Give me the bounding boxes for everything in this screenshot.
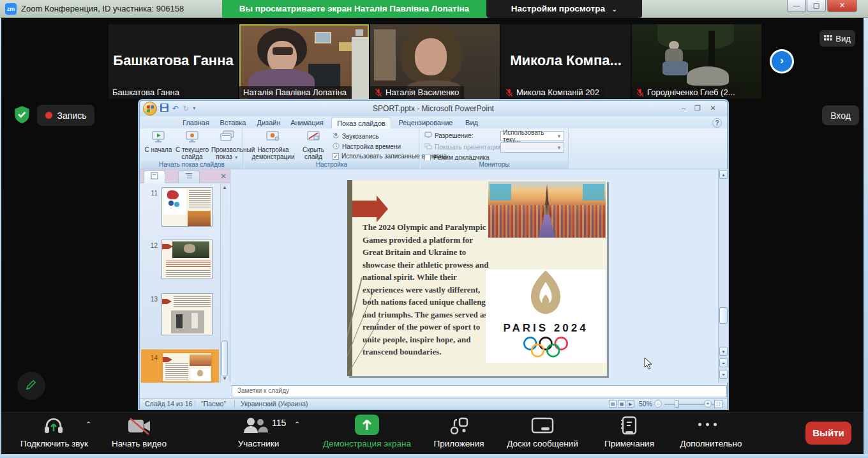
next-participants-button[interactable]: › (770, 49, 794, 73)
view-mode-button[interactable]: Вид (819, 30, 855, 47)
hide-slide-button[interactable]: Скрыть слайд (299, 130, 327, 161)
video-tile-lopatina[interactable]: Наталія Павлівна Лопатіна (239, 24, 369, 99)
slide-number: 11 (142, 190, 158, 197)
ppt-titlebar: ↶ ↻ ▾ SPORT.pptx - Microsoft PowerPoint … (140, 101, 727, 116)
tab-design[interactable]: Дизайн (253, 117, 284, 128)
ppt-restore-button[interactable]: ❐ (691, 103, 704, 114)
scroll-down-icon[interactable]: ▼ (221, 376, 228, 381)
minimize-button[interactable]: — (787, 0, 806, 12)
whiteboard-icon (530, 416, 555, 438)
editor-scrollbar[interactable]: ▲ ▼ ⏶ ⏷ (718, 169, 728, 383)
camera-muted-icon (126, 417, 154, 438)
paris-2024-logo: PARIS 2024 (486, 270, 606, 363)
video-tile-bashkatova[interactable]: Башкатова Ганна Башкатова Ганна (108, 24, 238, 99)
monitors-icon (424, 143, 432, 151)
from-current-slide-button[interactable]: С текущего слайда (174, 130, 210, 161)
muted-mic-icon (374, 88, 383, 97)
panel-scrollbar[interactable]: ▲ ▼ (220, 183, 228, 383)
security-shield-icon[interactable] (13, 105, 31, 124)
panel-tabs: ✕ (140, 169, 230, 183)
custom-show-icon (211, 130, 243, 145)
headset-icon (43, 416, 64, 439)
panel-scroll-thumb[interactable] (221, 340, 228, 376)
resolution-select[interactable]: Использовать теку...▼ (500, 131, 564, 141)
zoom-slider-thumb[interactable] (675, 401, 679, 408)
audio-options-caret[interactable]: ⌃ (86, 420, 91, 429)
scroll-up-icon[interactable]: ▲ (221, 185, 228, 190)
ppt-minimize-button[interactable]: – (677, 103, 690, 114)
group-label-start: Начать показ слайдов (141, 160, 243, 169)
wall-item (355, 29, 363, 36)
person-glasses (273, 47, 293, 55)
slide-number: 14 (142, 355, 158, 362)
tab-outline[interactable] (178, 171, 200, 183)
share-screen-icon (355, 415, 379, 435)
slide-sorter-button[interactable]: ▦ (618, 400, 625, 408)
slide-thumbnail-14-selected[interactable] (161, 352, 213, 383)
show-presentation-on-option: Показать презентацию на: (424, 143, 513, 151)
background-door (374, 29, 396, 80)
slides-panel: ✕ 11 12 13 (140, 169, 230, 383)
grid-icon (824, 34, 832, 43)
setup-slideshow-button[interactable]: Настройка демонстрации (248, 130, 298, 161)
normal-view-button[interactable]: ▤ (609, 400, 617, 408)
slideshow-view-button[interactable]: ▶ (627, 400, 634, 408)
zoom-in-button[interactable]: + (704, 400, 712, 408)
tab-slideshow[interactable]: Показ слайдов (331, 117, 391, 128)
current-slide[interactable]: The 2024 Olympic and Paralympic Games pr… (347, 180, 607, 376)
rehearse-timings-option[interactable]: Настройка времени (333, 142, 401, 151)
setup-show-icon (248, 130, 298, 145)
scroll-down-icon[interactable]: ▼ (719, 347, 728, 356)
person-face (415, 38, 447, 75)
narration-icon (333, 132, 340, 141)
next-slide-icon[interactable]: ⏷ (719, 370, 728, 379)
tab-insert[interactable]: Вставка (216, 117, 250, 128)
tile-name-label: Микола Компаній 202 (501, 86, 604, 99)
annotate-button[interactable] (17, 372, 45, 400)
tab-home[interactable]: Главная (179, 117, 213, 128)
participants-options-caret[interactable]: ⌃ (294, 420, 300, 429)
ppt-close-button[interactable]: ✕ (707, 103, 719, 114)
tab-slides-thumbnails[interactable] (144, 171, 165, 183)
fit-to-window-button[interactable]: ⛶ (714, 400, 722, 408)
muted-mic-icon (505, 88, 514, 97)
join-button[interactable]: Вход (822, 105, 859, 125)
scroll-up-icon[interactable]: ▲ (719, 170, 728, 179)
video-tile-gorodnichenko[interactable]: Городніченко Глеб (2... (632, 24, 761, 99)
window-titlebar: zm Zoom Конференция, ID участника: 90615… (0, 0, 868, 18)
notes-placeholder: Заметки к слайду (237, 387, 289, 394)
previous-slide-icon[interactable]: ⏶ (719, 358, 728, 367)
recording-indicator[interactable]: Запись (37, 105, 94, 126)
view-button-label: Вид (835, 34, 851, 43)
notes-pane[interactable]: Заметки к слайду (232, 385, 727, 397)
help-icon[interactable]: ? (712, 118, 722, 128)
leave-meeting-button[interactable]: Выйти (805, 422, 851, 445)
tab-review[interactable]: Рецензирование (395, 117, 456, 128)
record-narration-option[interactable]: Звукозапись (333, 132, 378, 141)
scroll-thumb[interactable] (719, 307, 728, 324)
zoom-out-button[interactable]: – (654, 400, 662, 408)
play-from-start-icon (144, 130, 173, 145)
ppt-window-title: SPORT.pptx - Microsoft PowerPoint (140, 104, 727, 113)
video-tile-vasylenko[interactable]: Наталія Василенко (370, 24, 500, 99)
view-settings-dropdown[interactable]: Настройки просмотра⌄ (486, 0, 642, 18)
slide-thumbnail-13[interactable] (161, 293, 213, 335)
tab-animations[interactable]: Анимация (288, 117, 326, 128)
from-beginning-button[interactable]: С начала (144, 130, 173, 153)
language-indicator[interactable]: Украинский (Украина) (241, 400, 308, 408)
ribbon-slideshow: С начала С текущего слайда Произвольный … (140, 128, 727, 169)
ppt-statusbar: Слайд 14 из 16 "Пасмо" Украинский (Украи… (140, 398, 727, 409)
close-button[interactable]: ✕ (827, 0, 857, 12)
video-tile-kompaniy[interactable]: Микола Компа... Микола Компаній 202 (501, 24, 631, 99)
olympic-rings-icon (521, 336, 571, 360)
slide-editor-area: The 2024 Olympic and Paralympic Games pr… (230, 169, 718, 383)
maximize-button[interactable]: ▢ (807, 0, 826, 12)
tile-name-label: Башкатова Ганна (108, 86, 184, 99)
ribbon-group-setup: Настройка демонстрации Скрыть слайд Звук… (244, 128, 419, 169)
slide-thumbnail-12[interactable] (161, 240, 213, 279)
slide-thumbnail-11[interactable] (161, 187, 213, 227)
close-panel-icon[interactable]: ✕ (220, 172, 227, 181)
custom-show-button[interactable]: Произвольный показ ▼ (211, 130, 243, 161)
mouse-cursor (644, 357, 653, 371)
tab-view[interactable]: Вид (460, 117, 483, 128)
